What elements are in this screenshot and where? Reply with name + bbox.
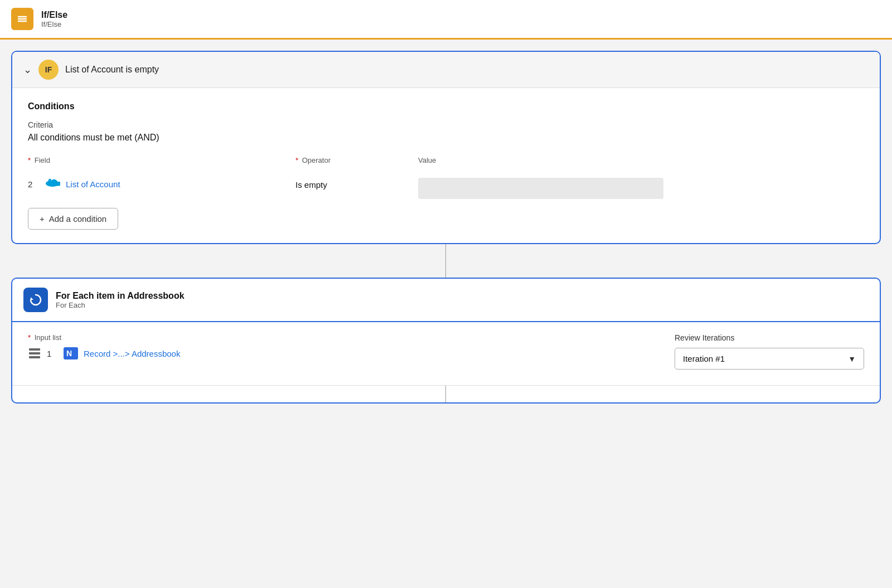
for-each-main-title: For Each item in Addressbook	[56, 291, 185, 301]
field-col-header: * Field	[28, 156, 295, 169]
field-col: 2 List of Account	[28, 178, 295, 199]
row-number: 2	[28, 179, 39, 189]
criteria-label: Criteria	[28, 120, 864, 129]
input-list-link[interactable]: Record >...> Addressbook	[84, 349, 180, 358]
svg-rect-5	[29, 348, 40, 351]
for-each-body: * Input list 1	[12, 322, 880, 385]
field-value-link[interactable]: List of Account	[66, 179, 120, 189]
iteration-dropdown[interactable]: Iteration #1 ▼	[675, 348, 864, 370]
operator-col-label: Operator	[302, 156, 331, 164]
input-row-number: 1	[47, 349, 58, 358]
for-each-icon	[23, 288, 48, 312]
bottom-connector	[12, 386, 880, 402]
condition-row: 2 List of Account Is empty	[28, 178, 864, 199]
input-list-label: Input list	[35, 333, 61, 342]
operator-required-star: *	[295, 156, 298, 164]
field-required-star: *	[28, 156, 31, 164]
svg-point-3	[46, 181, 59, 187]
bottom-connector-line	[12, 386, 446, 402]
for-each-titles: For Each item in Addressbook For Each	[56, 291, 185, 309]
for-each-header: For Each item in Addressbook For Each	[12, 279, 880, 322]
input-list-col: * Input list 1	[28, 333, 652, 359]
add-condition-button[interactable]: + Add a condition	[28, 208, 118, 230]
review-iterations-label: Review Iterations	[675, 333, 864, 342]
main-canvas: ⌄ IF List of Account is empty Conditions…	[0, 40, 892, 415]
value-input-box[interactable]	[418, 178, 663, 199]
operator-value: Is empty	[295, 178, 418, 189]
svg-text:N: N	[66, 349, 72, 358]
value-col-label: Value	[418, 156, 436, 164]
iteration-value: Iteration #1	[683, 354, 725, 363]
value-col	[418, 178, 864, 199]
connector-line-left	[11, 244, 446, 278]
operator-col: Is empty	[295, 178, 418, 199]
app-title-sub: If/Else	[41, 20, 67, 28]
condition-column-headers: * Field * Operator Value	[28, 156, 864, 169]
dropdown-arrow-icon: ▼	[848, 354, 856, 363]
for-each-card: For Each item in Addressbook For Each * …	[11, 278, 881, 404]
if-else-connector	[11, 244, 881, 278]
input-required-star: *	[28, 333, 31, 342]
app-title-main: If/Else	[41, 10, 67, 20]
plus-icon: +	[40, 214, 45, 223]
svg-rect-7	[29, 356, 40, 358]
svg-marker-4	[31, 297, 33, 300]
app-title-block: If/Else If/Else	[41, 10, 67, 28]
layers-icon	[28, 347, 41, 359]
operator-col-header: * Operator	[295, 156, 418, 169]
app-icon	[11, 8, 33, 30]
for-each-sub-title: For Each	[56, 301, 185, 309]
salesforce-cloud-icon	[45, 178, 60, 190]
criteria-value: All conditions must be met (AND)	[28, 133, 864, 143]
if-badge: IF	[38, 60, 59, 80]
if-else-header-title: List of Account is empty	[65, 65, 159, 75]
conditions-title: Conditions	[28, 101, 864, 111]
if-else-header: ⌄ IF List of Account is empty	[12, 52, 880, 88]
field-col-label: Field	[35, 156, 50, 164]
add-condition-label: Add a condition	[49, 214, 106, 223]
conditions-body: Conditions Criteria All conditions must …	[12, 88, 880, 243]
app-header: If/Else If/Else	[0, 0, 892, 40]
collapse-chevron-icon[interactable]: ⌄	[23, 64, 32, 76]
connector-line-right	[446, 244, 881, 278]
value-col-header: Value	[418, 156, 864, 169]
svg-rect-6	[29, 352, 40, 354]
if-else-card: ⌄ IF List of Account is empty Conditions…	[11, 51, 881, 244]
notion-like-icon: N	[64, 347, 78, 359]
for-each-two-col: * Input list 1	[28, 333, 864, 370]
review-iterations-col: Review Iterations Iteration #1 ▼	[675, 333, 864, 370]
